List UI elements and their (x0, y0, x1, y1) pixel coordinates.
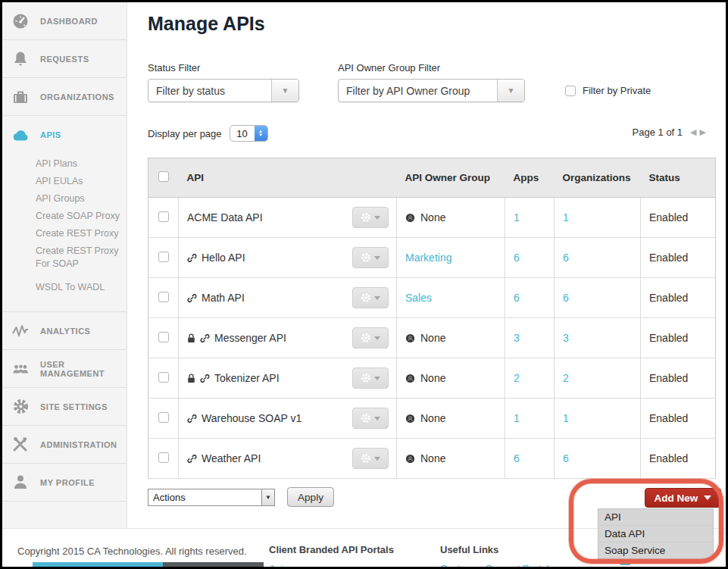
row-settings-button[interactable] (352, 247, 389, 268)
gear-icon (361, 373, 371, 383)
apps-count-link[interactable]: 1 (514, 412, 520, 424)
copyright-text: Copyright 2015 CA Technologies. All righ… (17, 546, 247, 557)
sidebar-item-administration[interactable]: ADMINISTRATION (2, 426, 127, 464)
sidebar-item-dashboard[interactable]: DASHBOARD (2, 2, 127, 40)
add-new-menu-item-soap-service[interactable]: Soap Service (598, 542, 713, 558)
briefcase-icon (12, 89, 29, 105)
footer-banner-grey (163, 562, 264, 569)
apply-button[interactable]: Apply (287, 487, 334, 507)
row-checkbox[interactable] (158, 372, 169, 383)
page-nav-arrows[interactable]: ◀▶ (690, 127, 709, 137)
apps-count-link[interactable]: 6 (514, 452, 520, 464)
next-page-icon[interactable]: ▶ (700, 127, 709, 136)
sidebar-item-site-settings[interactable]: SITE SETTINGS (2, 388, 127, 426)
row-checkbox[interactable] (158, 292, 169, 302)
sidebar-item-label: ADMINISTRATION (40, 440, 117, 449)
owner-group: None (420, 452, 445, 464)
api-name: ACME Data API (187, 211, 263, 224)
row-checkbox[interactable] (158, 332, 169, 342)
submenu-item-api-groups[interactable]: API Groups (36, 190, 122, 208)
owner-filter-label: API Owner Group Filter (338, 62, 440, 73)
owner-group: None (420, 412, 445, 424)
pagination-info: Page 1 of 1 ◀▶ (633, 127, 709, 138)
chevron-down-icon (704, 496, 711, 500)
col-header-api: API (179, 158, 397, 198)
dashboard-icon (12, 13, 29, 30)
sidebar-item-requests[interactable]: REQUESTS (2, 40, 127, 78)
sidebar-item-user-management[interactable]: USER MANAGEMENT (2, 350, 127, 388)
row-checkbox[interactable] (158, 452, 169, 463)
lock-icon (187, 333, 195, 343)
group-none-icon (405, 414, 415, 424)
row-checkbox[interactable] (158, 252, 169, 262)
owner-group: None (420, 332, 445, 344)
submenu-item-create-soap-proxy[interactable]: Create SOAP Proxy (36, 208, 122, 225)
support-portal-link[interactable]: Customer Support Portal (440, 563, 548, 569)
per-page-select[interactable]: 10 ▲▼ (230, 125, 268, 142)
gear-icon (361, 333, 371, 343)
add-new-button[interactable]: Add New (645, 488, 721, 508)
chevron-down-icon (374, 377, 380, 380)
status-value: Enabled (649, 252, 688, 264)
actions-select[interactable]: Actions ▼ (148, 489, 275, 506)
chevron-down-icon: ▼ (282, 86, 289, 95)
sidebar-item-apis[interactable]: APIS (2, 116, 127, 154)
row-checkbox[interactable] (158, 211, 169, 222)
submenu-item-create-rest-proxy-for-soap[interactable]: Create REST Proxy For SOAP (36, 242, 122, 273)
orgs-count-link[interactable]: 6 (563, 252, 569, 264)
orgs-count-link[interactable]: 6 (563, 292, 569, 304)
stepper-icon[interactable]: ▲▼ (255, 125, 267, 142)
apps-count-link[interactable]: 3 (514, 332, 520, 344)
apps-count-link[interactable]: 1 (514, 211, 520, 224)
add-new-menu-item-api[interactable]: API (598, 509, 713, 526)
row-settings-button[interactable] (352, 367, 389, 389)
submenu-item-api-plans[interactable]: API Plans (36, 155, 122, 173)
api-name: Hello API (202, 252, 245, 264)
row-settings-button[interactable] (352, 327, 389, 349)
api-name: Tokenizer API (214, 372, 280, 384)
submenu-item-api-eulas[interactable]: API EULAs (36, 173, 122, 190)
row-settings-button[interactable] (352, 448, 389, 469)
sidebar: DASHBOARDREQUESTSORGANIZATIONSAPISAPI Pl… (2, 2, 127, 528)
row-checkbox[interactable] (158, 412, 169, 423)
apiary-link[interactable]: Apiary (269, 563, 297, 569)
row-settings-button[interactable] (352, 207, 389, 228)
api-name: Messenger API (214, 332, 286, 344)
orgs-count-link[interactable]: 2 (563, 372, 569, 384)
footer-links-title: Useful Links (440, 544, 498, 555)
sidebar-item-analytics[interactable]: ANALYTICS (2, 312, 127, 350)
sidebar-item-label: MY PROFILE (40, 478, 95, 487)
gear-icon (361, 252, 371, 263)
bulk-actions: Actions ▼ Apply (148, 487, 334, 507)
link-icon (200, 374, 210, 383)
sidebar-item-my-profile[interactable]: MY PROFILE (2, 464, 127, 502)
table-row: ACME Data API None 1 1 Enabled (148, 198, 716, 238)
owner-filter-arrow[interactable]: ▼ (497, 80, 524, 102)
sidebar-item-organizations[interactable]: ORGANIZATIONS (2, 78, 127, 116)
private-checkbox[interactable] (565, 86, 576, 96)
row-settings-button[interactable] (352, 408, 389, 429)
select-all-checkbox[interactable] (158, 171, 169, 182)
submenu-item-create-rest-proxy[interactable]: Create REST Proxy (36, 225, 122, 242)
submenu-item-wsdl-to-wadl[interactable]: WSDL To WADL (36, 279, 122, 296)
orgs-count-link[interactable]: 1 (563, 211, 569, 224)
group-none-icon (405, 213, 415, 223)
owner-filter-select[interactable]: Filter by API Owner Group ▼ (338, 79, 525, 102)
add-new-menu-item-data-api[interactable]: Data API (598, 526, 713, 542)
orgs-count-link[interactable]: 3 (563, 332, 569, 344)
prev-page-icon[interactable]: ◀ (690, 127, 699, 136)
app-window: DASHBOARDREQUESTSORGANIZATIONSAPISAPI Pl… (0, 0, 728, 569)
status-filter-arrow[interactable]: ▼ (271, 80, 298, 102)
add-new-menu: APIData APISoap Service (598, 508, 714, 559)
filter-by-private: Filter by Private (565, 85, 651, 96)
orgs-count-link[interactable]: 6 (563, 452, 569, 464)
apps-count-link[interactable]: 6 (514, 252, 520, 264)
apps-count-link[interactable]: 2 (514, 372, 520, 384)
chevron-down-icon (374, 417, 380, 420)
orgs-count-link[interactable]: 1 (563, 412, 569, 424)
row-settings-button[interactable] (352, 287, 389, 308)
apps-count-link[interactable]: 6 (514, 292, 520, 304)
group-none-icon (405, 454, 415, 464)
status-value: Enabled (649, 211, 688, 224)
status-filter-select[interactable]: Filter by status ▼ (148, 79, 299, 102)
